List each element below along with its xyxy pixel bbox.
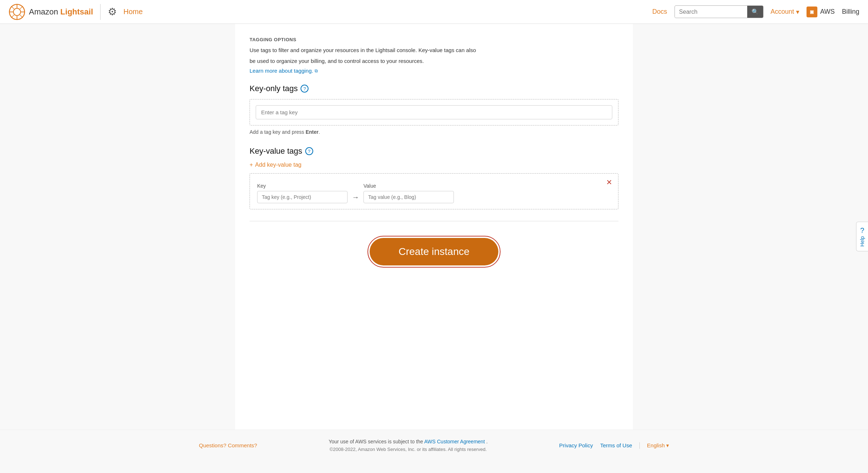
key-value-tags-section: Key-value tags ? + Add key-value tag ✕ K… — [250, 146, 618, 209]
main-content: TAGGING OPTIONS Use tags to filter and o… — [235, 24, 633, 430]
remove-kv-tag-button[interactable]: ✕ — [606, 179, 612, 186]
search-box: 🔍 — [675, 5, 763, 18]
chevron-down-icon: ▾ — [666, 442, 669, 449]
help-tab[interactable]: ? Help — [856, 222, 868, 251]
home-link[interactable]: Home — [123, 8, 142, 16]
aws-icon: ▣ — [807, 7, 817, 17]
kv-key-label: Key — [257, 183, 348, 189]
header-right: Docs 🔍 Account ▾ ▣ AWS Billing — [652, 5, 859, 18]
footer: Questions? Comments? Your use of AWS ser… — [0, 430, 868, 458]
key-only-tag-input-box — [250, 99, 618, 125]
help-icon: ? — [860, 226, 864, 235]
key-only-title: Key-only tags ? — [250, 84, 618, 93]
header-divider — [100, 4, 101, 20]
footer-aws-text: Your use of AWS services is subject to t… — [329, 439, 424, 444]
create-instance-button[interactable]: Create instance — [370, 238, 498, 265]
docs-link[interactable]: Docs — [652, 8, 667, 16]
kv-value-input[interactable] — [363, 191, 454, 203]
footer-period: . — [486, 439, 488, 444]
footer-copyright: ©2008-2022, Amazon Web Services, Inc. or… — [257, 447, 559, 452]
footer-links: Questions? Comments? Your use of AWS ser… — [199, 439, 669, 452]
section-desc-2: be used to organize your billing, and to… — [250, 57, 618, 65]
help-label: Help — [859, 236, 865, 247]
key-only-tags-section: Key-only tags ? Add a tag key and press … — [250, 84, 618, 135]
key-value-title: Key-value tags ? — [250, 146, 618, 156]
svg-line-7 — [20, 15, 23, 18]
search-input[interactable] — [675, 7, 747, 17]
header: Amazon Lightsail ⚙ Home Docs 🔍 Account ▾… — [0, 0, 868, 24]
key-value-help-icon[interactable]: ? — [305, 147, 313, 155]
settings-icon[interactable]: ⚙ — [108, 6, 117, 18]
logo[interactable]: Amazon Lightsail — [9, 4, 93, 20]
svg-line-6 — [11, 6, 14, 9]
footer-center: Your use of AWS services is subject to t… — [257, 439, 559, 452]
footer-right: Privacy Policy Terms of Use English ▾ — [559, 442, 669, 449]
kv-value-col: Value — [363, 183, 454, 203]
kv-arrow-icon: → — [352, 193, 359, 201]
aws-link[interactable]: ▣ AWS — [807, 7, 835, 17]
key-value-tag-box: ✕ Key → Value — [250, 173, 618, 209]
kv-value-label: Value — [363, 183, 454, 189]
language-selector[interactable]: English ▾ — [639, 442, 669, 449]
search-button[interactable]: 🔍 — [747, 6, 763, 18]
account-menu[interactable]: Account ▾ — [771, 8, 799, 16]
tagging-section: TAGGING OPTIONS Use tags to filter and o… — [250, 37, 618, 209]
logo-text: Amazon Lightsail — [29, 7, 93, 17]
create-instance-area: Create instance — [250, 236, 618, 268]
svg-line-9 — [11, 15, 14, 18]
section-desc-1: Use tags to filter and organize your res… — [250, 46, 618, 55]
kv-key-col: Key — [257, 183, 348, 203]
page-divider — [250, 221, 618, 221]
key-only-tag-input[interactable] — [256, 105, 612, 119]
svg-line-8 — [20, 6, 23, 9]
privacy-policy-link[interactable]: Privacy Policy — [559, 442, 593, 448]
svg-point-1 — [13, 8, 21, 16]
kv-row: Key → Value — [257, 183, 611, 203]
terms-of-use-link[interactable]: Terms of Use — [600, 442, 632, 448]
add-key-value-tag-button[interactable]: + Add key-value tag — [250, 162, 301, 168]
kv-key-input[interactable] — [257, 191, 348, 203]
key-only-help-icon[interactable]: ? — [301, 85, 309, 93]
learn-more-link[interactable]: Learn more about tagging. — [250, 68, 318, 74]
billing-link[interactable]: Billing — [842, 8, 859, 16]
create-instance-wrapper: Create instance — [367, 236, 501, 268]
lightsail-logo-icon — [9, 4, 25, 20]
key-only-hint: Add a tag key and press Enter. — [250, 129, 618, 135]
aws-customer-agreement-link[interactable]: AWS Customer Agreement — [424, 439, 485, 444]
chevron-down-icon: ▾ — [796, 8, 799, 16]
questions-link[interactable]: Questions? Comments? — [199, 442, 257, 448]
section-label: TAGGING OPTIONS — [250, 37, 618, 42]
plus-icon: + — [250, 162, 253, 168]
